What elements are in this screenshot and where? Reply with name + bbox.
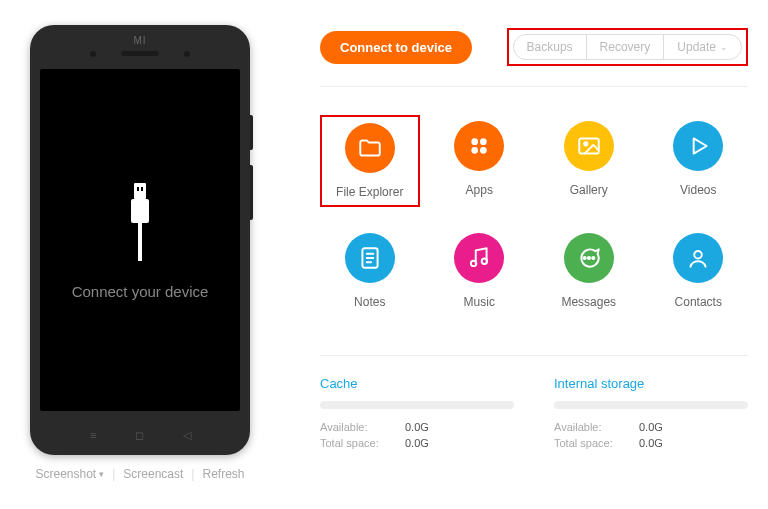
notes-icon xyxy=(345,233,395,283)
connect-prompt: Connect your device xyxy=(72,283,209,300)
music-item[interactable]: Music xyxy=(430,227,530,315)
svg-rect-1 xyxy=(137,187,139,191)
music-icon xyxy=(454,233,504,283)
svg-point-20 xyxy=(694,251,702,259)
phone-brand: MI xyxy=(133,35,146,46)
svg-point-18 xyxy=(588,257,590,259)
cache-storage: Cache Available: 0.0G Total space: 0.0G xyxy=(320,376,514,453)
svg-point-6 xyxy=(481,139,486,144)
icon-label: Contacts xyxy=(675,295,722,309)
nav-home-icon: ◻ xyxy=(134,429,146,441)
messages-icon xyxy=(564,233,614,283)
notes-item[interactable]: Notes xyxy=(320,227,420,315)
svg-point-10 xyxy=(584,142,587,145)
chevron-down-icon: ⌄ xyxy=(720,42,728,52)
storage-section: Cache Available: 0.0G Total space: 0.0G … xyxy=(320,355,748,453)
svg-point-19 xyxy=(592,257,594,259)
refresh-button[interactable]: Refresh xyxy=(202,467,244,481)
internal-total: 0.0G xyxy=(639,437,663,449)
file-explorer-item[interactable]: File Explorer xyxy=(320,115,420,207)
cache-title: Cache xyxy=(320,376,514,391)
backups-button[interactable]: Backups xyxy=(514,35,587,59)
cache-total: 0.0G xyxy=(405,437,429,449)
top-right-group: Backups Recovery Update ⌄ xyxy=(507,28,748,66)
screenshot-button[interactable]: Screenshot ▾ xyxy=(35,467,104,481)
svg-rect-3 xyxy=(131,199,149,223)
gallery-icon xyxy=(564,121,614,171)
recovery-button[interactable]: Recovery xyxy=(587,35,665,59)
bottom-actions: Screenshot ▾ | Screencast | Refresh xyxy=(35,467,244,481)
feature-grid: File ExplorerAppsGalleryVideosNotesMusic… xyxy=(320,115,748,315)
svg-point-5 xyxy=(473,139,478,144)
icon-label: Notes xyxy=(354,295,385,309)
usb-icon xyxy=(120,181,160,261)
svg-rect-0 xyxy=(134,183,146,199)
svg-point-15 xyxy=(471,261,476,266)
icon-label: Videos xyxy=(680,183,716,197)
internal-title: Internal storage xyxy=(554,376,748,391)
phone-screen: Connect your device xyxy=(40,69,240,411)
screencast-button[interactable]: Screencast xyxy=(123,467,183,481)
contacts-icon xyxy=(673,233,723,283)
svg-rect-2 xyxy=(141,187,143,191)
contacts-item[interactable]: Contacts xyxy=(649,227,749,315)
internal-bar xyxy=(554,401,748,409)
svg-point-7 xyxy=(473,148,478,153)
apps-item[interactable]: Apps xyxy=(430,115,530,207)
video-icon xyxy=(673,121,723,171)
cache-available: 0.0G xyxy=(405,421,429,433)
svg-point-8 xyxy=(481,148,486,153)
connect-to-device-button[interactable]: Connect to device xyxy=(320,31,472,64)
icon-label: Apps xyxy=(466,183,493,197)
svg-rect-9 xyxy=(579,138,599,153)
icon-label: Gallery xyxy=(570,183,608,197)
folder-icon xyxy=(345,123,395,173)
videos-item[interactable]: Videos xyxy=(649,115,749,207)
gallery-item[interactable]: Gallery xyxy=(539,115,639,207)
update-button[interactable]: Update ⌄ xyxy=(664,35,741,59)
icon-label: Music xyxy=(464,295,495,309)
svg-point-16 xyxy=(482,259,487,264)
messages-item[interactable]: Messages xyxy=(539,227,639,315)
nav-menu-icon: ≡ xyxy=(87,429,99,441)
svg-point-17 xyxy=(583,257,585,259)
icon-label: File Explorer xyxy=(336,185,403,199)
chevron-down-icon: ▾ xyxy=(99,469,104,479)
cache-bar xyxy=(320,401,514,409)
main-panel: Connect to device Backups Recovery Updat… xyxy=(280,0,768,509)
svg-rect-4 xyxy=(138,223,142,261)
phone-mockup: MI Connect your device ≡ ◻ ◁ xyxy=(30,25,250,455)
icon-label: Messages xyxy=(561,295,616,309)
internal-available: 0.0G xyxy=(639,421,663,433)
internal-storage: Internal storage Available: 0.0G Total s… xyxy=(554,376,748,453)
apps-icon xyxy=(454,121,504,171)
device-panel: MI Connect your device ≡ ◻ ◁ Screenshot … xyxy=(0,0,280,509)
nav-back-icon: ◁ xyxy=(181,429,193,441)
